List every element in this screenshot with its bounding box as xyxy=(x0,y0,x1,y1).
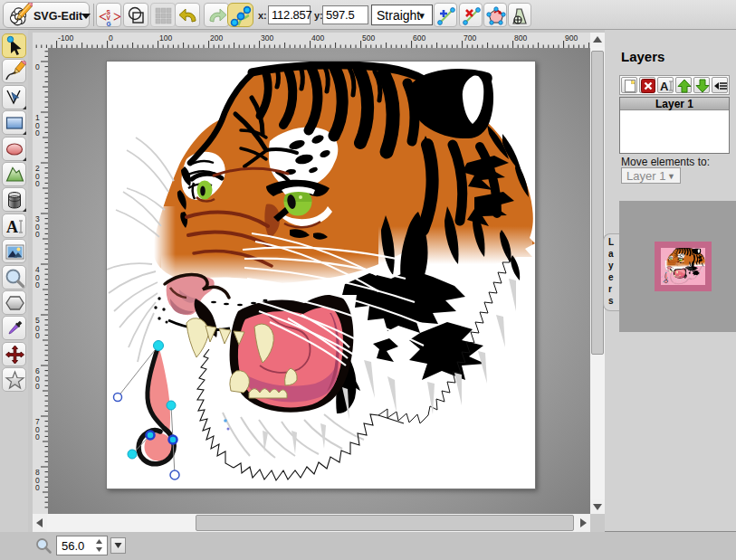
svg-text:800: 800 xyxy=(514,33,527,43)
svg-text:>: > xyxy=(113,9,121,24)
svg-text:0: 0 xyxy=(35,128,40,138)
svg-text:900: 900 xyxy=(565,33,578,43)
svg-text:0: 0 xyxy=(35,483,40,492)
svg-text:400: 400 xyxy=(311,33,324,43)
svg-text:600: 600 xyxy=(413,33,425,43)
svg-text:0: 0 xyxy=(35,331,40,340)
svg-text:0: 0 xyxy=(35,280,40,289)
svg-text:0: 0 xyxy=(35,382,40,391)
svg-text:0: 0 xyxy=(35,432,40,441)
svg-text:-100: -100 xyxy=(58,33,73,43)
svg-text:100: 100 xyxy=(159,33,172,43)
svg-text:300: 300 xyxy=(261,33,273,43)
svg-text:G: G xyxy=(107,21,111,27)
svg-text:A: A xyxy=(660,80,669,93)
svg-text:0: 0 xyxy=(35,230,40,239)
svg-text:700: 700 xyxy=(464,33,476,43)
svg-text:A: A xyxy=(6,218,18,236)
svg-text:500: 500 xyxy=(362,33,375,43)
svg-text:0: 0 xyxy=(35,62,40,71)
svg-text:200: 200 xyxy=(210,33,223,43)
svg-text:0: 0 xyxy=(35,179,40,188)
svg-text:0: 0 xyxy=(109,33,113,43)
